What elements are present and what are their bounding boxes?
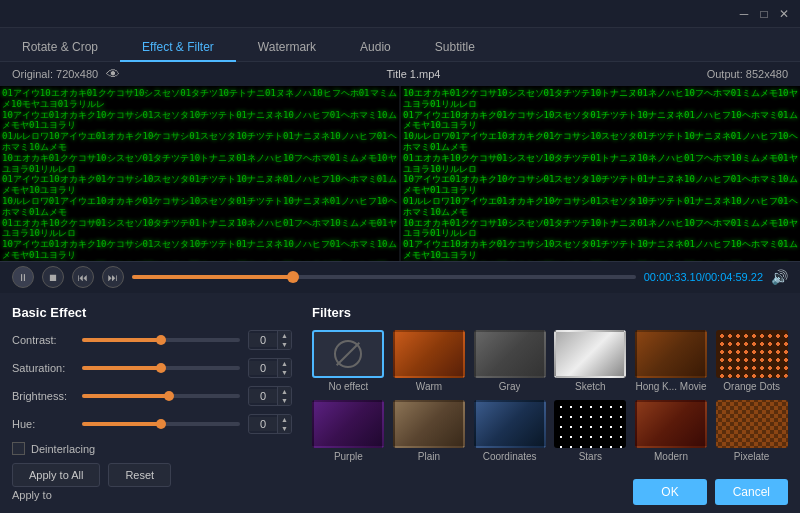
saturation-down[interactable]: ▼ (278, 368, 291, 377)
brightness-slider[interactable] (82, 394, 240, 398)
tab-rotate-crop[interactable]: Rotate & Crop (0, 34, 120, 62)
saturation-input[interactable] (249, 361, 277, 375)
minimize-button[interactable]: ─ (736, 6, 752, 22)
filter-label-pixelate: Pixelate (734, 451, 770, 462)
brightness-fill (82, 394, 169, 398)
hue-down[interactable]: ▼ (278, 424, 291, 433)
preview-toggle-icon[interactable]: 👁 (106, 66, 120, 82)
output-resolution: Output: 852x480 (707, 68, 788, 80)
prev-button[interactable]: ⏮ (72, 266, 94, 288)
original-resolution: Original: 720x480 (12, 68, 98, 80)
filter-thumb-plain (393, 400, 465, 448)
matrix-preview-right: 10エオカキ01クケコサ10シスセソ01タチツテ10トナニヌ01ネノハヒ10フヘ… (401, 86, 800, 261)
tab-subtitle[interactable]: Subtitle (413, 34, 497, 62)
filter-label-coordinates: Coordinates (483, 451, 537, 462)
contrast-fill (82, 338, 161, 342)
basic-effect-title: Basic Effect (12, 305, 292, 320)
brightness-row: Brightness: ▲ ▼ (12, 386, 292, 406)
filter-item-orange-dots[interactable]: Orange Dots (715, 330, 788, 392)
filter-thumb-sketch (554, 330, 626, 378)
filter-thumb-pixelate (716, 400, 788, 448)
filter-item-sketch[interactable]: Sketch (554, 330, 627, 392)
filter-label-modern: Modern (654, 451, 688, 462)
filter-thumb-stars (554, 400, 626, 448)
filename: Title 1.mp4 (386, 68, 440, 80)
progress-bar[interactable] (132, 275, 636, 279)
brightness-arrows: ▲ ▼ (277, 387, 291, 405)
filter-item-warm[interactable]: Warm (393, 330, 466, 392)
saturation-fill (82, 366, 161, 370)
apply-to-all-button[interactable]: Apply to All (12, 463, 100, 487)
brightness-thumb (164, 391, 174, 401)
tab-audio[interactable]: Audio (338, 34, 413, 62)
hue-up[interactable]: ▲ (278, 415, 291, 424)
filter-thumb-coordinates (474, 400, 546, 448)
hue-row: Hue: ▲ ▼ (12, 414, 292, 434)
close-button[interactable]: ✕ (776, 6, 792, 22)
saturation-up[interactable]: ▲ (278, 359, 291, 368)
filters-section: Filters No effect Warm Gray (312, 305, 788, 501)
deinterlace-row: Deinterlacing (12, 442, 292, 455)
filter-item-coordinates[interactable]: Coordinates (473, 400, 546, 462)
maximize-button[interactable]: □ (756, 6, 772, 22)
contrast-input[interactable] (249, 333, 277, 347)
filter-item-gray[interactable]: Gray (473, 330, 546, 392)
tab-bar: Rotate & Crop Effect & Filter Watermark … (0, 28, 800, 62)
deinterlacing-label: Deinterlacing (31, 443, 95, 455)
filter-item-hongk[interactable]: Hong K... Movie (635, 330, 708, 392)
contrast-slider[interactable] (82, 338, 240, 342)
contrast-arrows: ▲ ▼ (277, 331, 291, 349)
hue-slider[interactable] (82, 422, 240, 426)
contrast-label: Contrast: (12, 334, 82, 346)
filter-item-stars[interactable]: Stars (554, 400, 627, 462)
original-preview: 01アイウ10エオカキ01クケコサ10シスセソ01タチツ10テトナニ01ヌネノハ… (0, 86, 399, 261)
filter-label-sketch: Sketch (575, 381, 606, 392)
cancel-button[interactable]: Cancel (715, 479, 788, 505)
tab-effect-filter[interactable]: Effect & Filter (120, 34, 236, 62)
saturation-slider[interactable] (82, 366, 240, 370)
hue-arrows: ▲ ▼ (277, 415, 291, 433)
filter-thumb-no-effect (312, 330, 384, 378)
filters-grid: No effect Warm Gray Sketch (312, 330, 788, 462)
contrast-up[interactable]: ▲ (278, 331, 291, 340)
filter-item-modern[interactable]: Modern (635, 400, 708, 462)
btn-row: Apply to All Reset (12, 463, 292, 487)
progress-fill (132, 275, 293, 279)
contrast-thumb (156, 335, 166, 345)
effects-section: Basic Effect Contrast: ▲ ▼ (12, 305, 292, 501)
contrast-down[interactable]: ▼ (278, 340, 291, 349)
filter-label-purple: Purple (334, 451, 363, 462)
pause-button[interactable]: ⏸ (12, 266, 34, 288)
filter-thumb-gray (474, 330, 546, 378)
filter-label-plain: Plain (418, 451, 440, 462)
hue-input[interactable] (249, 417, 277, 431)
brightness-down[interactable]: ▼ (278, 396, 291, 405)
filter-thumb-purple (312, 400, 384, 448)
filters-title: Filters (312, 305, 788, 320)
deinterlacing-checkbox[interactable] (12, 442, 25, 455)
no-effect-icon (334, 340, 362, 368)
reset-button[interactable]: Reset (108, 463, 171, 487)
matrix-preview-left: 01アイウ10エオカキ01クケコサ10シスセソ01タチツ10テトナニ01ヌネノハ… (0, 86, 399, 261)
main-content: Original: 720x480 👁 Title 1.mp4 Output: … (0, 62, 800, 513)
filter-item-purple[interactable]: Purple (312, 400, 385, 462)
filter-label-hongk: Hong K... Movie (635, 381, 706, 392)
next-button[interactable]: ⏭ (102, 266, 124, 288)
output-preview: 10エオカキ01クケコサ10シスセソ01タチツテ10トナニヌ01ネノハヒ10フヘ… (401, 86, 800, 261)
brightness-up[interactable]: ▲ (278, 387, 291, 396)
saturation-label: Saturation: (12, 362, 82, 374)
filter-item-no-effect[interactable]: No effect (312, 330, 385, 392)
ok-button[interactable]: OK (633, 479, 706, 505)
filter-item-plain[interactable]: Plain (393, 400, 466, 462)
stop-button[interactable]: ⏹ (42, 266, 64, 288)
filter-item-pixelate[interactable]: Pixelate (715, 400, 788, 462)
volume-icon[interactable]: 🔊 (771, 269, 788, 285)
tab-watermark[interactable]: Watermark (236, 34, 338, 62)
filter-thumb-warm (393, 330, 465, 378)
controls-bar: ⏸ ⏹ ⏮ ⏭ 00:00:33.10/00:04:59.22 🔊 (0, 261, 800, 293)
bottom-actions: OK Cancel (633, 479, 788, 505)
brightness-label: Brightness: (12, 390, 82, 402)
brightness-input[interactable] (249, 389, 277, 403)
saturation-row: Saturation: ▲ ▼ (12, 358, 292, 378)
filter-label-stars: Stars (579, 451, 602, 462)
